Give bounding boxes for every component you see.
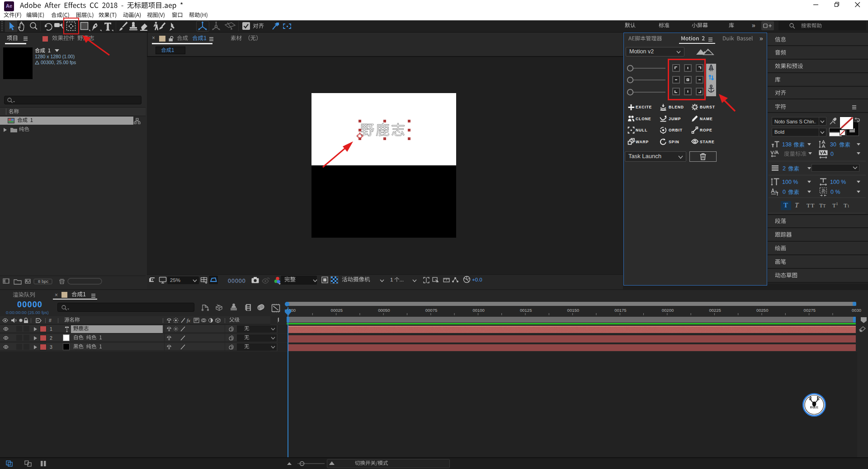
svg-text:fx: fx [187, 318, 190, 323]
svg-text:a: a [775, 189, 777, 194]
